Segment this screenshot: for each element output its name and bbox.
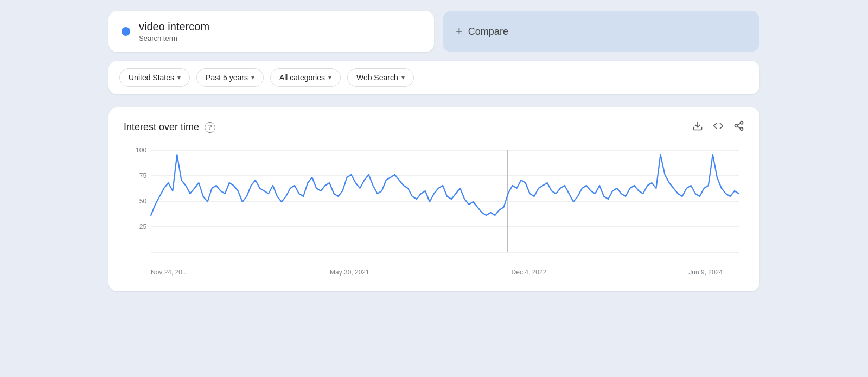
search-type-chevron-icon: ▾ xyxy=(401,74,405,81)
search-term-label: Search term xyxy=(139,34,209,42)
svg-text:50: 50 xyxy=(139,197,147,205)
interest-title: Interest over time xyxy=(124,122,199,133)
x-label-1: May 30, 2021 xyxy=(330,269,369,276)
help-icon[interactable]: ? xyxy=(205,122,215,133)
interest-actions xyxy=(692,120,744,134)
compare-label: Compare xyxy=(468,26,508,37)
svg-line-5 xyxy=(737,123,741,125)
search-type-filter[interactable]: Web Search ▾ xyxy=(347,68,414,87)
category-chevron-icon: ▾ xyxy=(328,74,331,81)
svg-text:25: 25 xyxy=(139,223,147,231)
compare-plus-icon: + xyxy=(456,24,463,39)
interest-chart-svg: 100 75 50 25 xyxy=(124,145,744,264)
main-container: video intercom Search term + Compare Uni… xyxy=(108,11,760,366)
interest-card: Interest over time ? xyxy=(108,107,760,291)
x-axis-labels: Nov 24, 20... May 30, 2021 Dec 4, 2022 J… xyxy=(124,269,744,276)
download-icon[interactable] xyxy=(692,120,703,134)
time-filter[interactable]: Past 5 years ▾ xyxy=(196,68,264,87)
time-filter-label: Past 5 years xyxy=(206,73,248,82)
location-chevron-icon: ▾ xyxy=(177,74,181,81)
compare-card[interactable]: + Compare xyxy=(443,11,760,52)
search-term-text: video intercom Search term xyxy=(139,21,209,42)
share-icon[interactable] xyxy=(733,120,744,134)
chart-area: 100 75 50 25 xyxy=(124,145,744,264)
search-type-filter-label: Web Search xyxy=(356,73,398,82)
svg-text:100: 100 xyxy=(136,146,146,154)
category-filter-label: All categories xyxy=(279,73,325,82)
time-chevron-icon: ▾ xyxy=(251,74,254,81)
category-filter[interactable]: All categories ▾ xyxy=(270,68,341,87)
search-row: video intercom Search term + Compare xyxy=(108,11,760,52)
location-filter[interactable]: United States ▾ xyxy=(119,68,190,87)
x-label-3: Jun 9, 2024 xyxy=(688,269,723,276)
embed-icon[interactable] xyxy=(713,120,724,134)
location-filter-label: United States xyxy=(129,73,174,82)
filters-row: United States ▾ Past 5 years ▾ All categ… xyxy=(108,61,760,94)
interest-title-group: Interest over time ? xyxy=(124,122,215,133)
interest-header: Interest over time ? xyxy=(124,120,744,134)
x-label-0: Nov 24, 20... xyxy=(151,269,188,276)
svg-text:75: 75 xyxy=(139,172,147,180)
svg-line-4 xyxy=(737,126,741,128)
search-term-card: video intercom Search term xyxy=(108,11,434,52)
search-term-name: video intercom xyxy=(139,21,209,33)
x-label-2: Dec 4, 2022 xyxy=(512,269,547,276)
search-term-dot xyxy=(122,27,130,36)
